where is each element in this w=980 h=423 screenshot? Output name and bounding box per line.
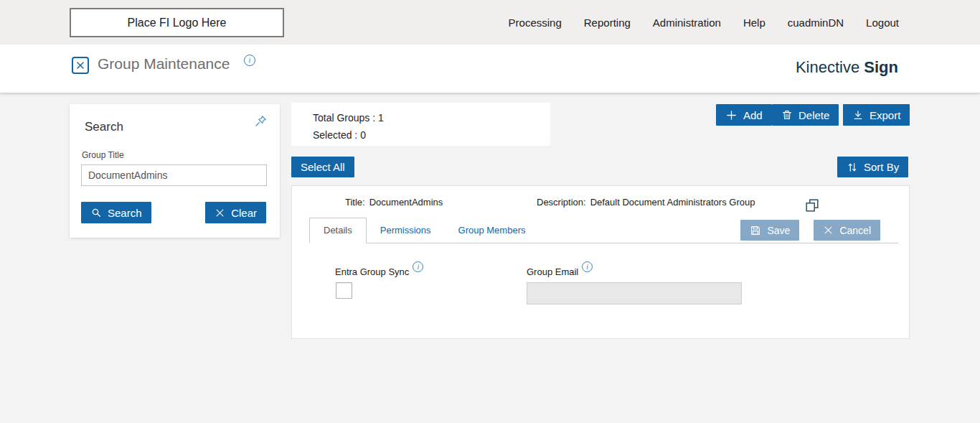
entra-group-sync-label: Entra Group Sync xyxy=(335,266,409,277)
select-all-button[interactable]: Select All xyxy=(291,157,354,177)
topbar: Place FI Logo Here Processing Reporting … xyxy=(0,0,980,45)
group-card: Title:DocumentAdmins Description:Default… xyxy=(291,185,910,339)
save-button[interactable]: Save xyxy=(740,220,799,241)
add-button[interactable]: Add xyxy=(716,104,772,126)
group-email-input xyxy=(527,282,742,305)
group-title-field-value: DocumentAdmins xyxy=(369,197,443,208)
group-title-input[interactable] xyxy=(81,164,267,186)
group-description-field-label: Description: xyxy=(537,197,586,208)
nav-reporting[interactable]: Reporting xyxy=(584,17,631,29)
nav-logout[interactable]: Logout xyxy=(866,17,899,29)
fi-logo-placeholder: Place FI Logo Here xyxy=(70,8,284,37)
pin-icon[interactable] xyxy=(254,114,268,131)
copy-icon[interactable] xyxy=(804,197,820,216)
select-all-label: Select All xyxy=(301,161,345,173)
delete-button-label: Delete xyxy=(798,109,829,121)
nav-user-cuadmindn[interactable]: cuadminDN xyxy=(788,17,844,29)
group-title-label: Group Title xyxy=(82,150,124,160)
cancel-button[interactable]: Cancel xyxy=(814,220,880,241)
selected-count-text: Selected : 0 xyxy=(313,126,550,144)
maintenance-icon xyxy=(72,57,89,74)
entra-group-sync-checkbox[interactable] xyxy=(336,282,352,299)
entra-group-sync-label-row: Entra Group Sync i xyxy=(335,266,423,277)
total-groups-text: Total Groups : 1 xyxy=(313,109,550,126)
search-button-label: Search xyxy=(108,207,142,219)
page-header: Group Maintenance i Kinective Sign xyxy=(0,45,980,93)
nav-processing[interactable]: Processing xyxy=(509,17,562,29)
group-description-text: Description:Default Document Administrat… xyxy=(537,197,755,208)
group-title-field-label: Title: xyxy=(345,197,365,208)
tab-group-members[interactable]: Group Members xyxy=(445,218,540,243)
nav-help[interactable]: Help xyxy=(743,17,765,29)
page: Place FI Logo Here Processing Reporting … xyxy=(0,0,980,423)
brand-secondary: Sign xyxy=(864,58,898,76)
top-nav: Processing Reporting Administration Help… xyxy=(509,0,899,45)
tab-details[interactable]: Details xyxy=(309,218,367,243)
add-button-label: Add xyxy=(743,109,763,121)
sort-by-label: Sort By xyxy=(864,161,899,173)
tab-permissions[interactable]: Permissions xyxy=(367,218,445,243)
brand-primary: Kinective xyxy=(796,58,859,76)
sort-by-button[interactable]: Sort By xyxy=(837,157,908,177)
export-button[interactable]: Export xyxy=(843,104,910,126)
clear-button[interactable]: Clear xyxy=(205,202,266,223)
delete-button[interactable]: Delete xyxy=(772,104,839,126)
group-title-text: Title:DocumentAdmins xyxy=(345,197,443,208)
brand-logo: Kinective Sign xyxy=(796,58,898,77)
cancel-button-label: Cancel xyxy=(839,225,871,236)
search-panel-title: Search xyxy=(85,120,123,134)
search-button[interactable]: Search xyxy=(81,202,151,223)
main-content: Search Group Title Search Clear xyxy=(0,93,980,423)
page-title: Group Maintenance xyxy=(98,55,230,73)
clear-button-label: Clear xyxy=(231,207,257,219)
nav-administration[interactable]: Administration xyxy=(653,17,721,29)
entra-group-sync-info-icon[interactable]: i xyxy=(413,261,423,272)
group-email-label: Group Email xyxy=(527,266,578,277)
card-actions: Save Cancel xyxy=(740,220,880,241)
page-info-icon[interactable]: i xyxy=(244,55,255,66)
group-description-field-value: Default Document Administrators Group xyxy=(590,197,755,208)
export-button-label: Export xyxy=(870,109,900,121)
fi-logo-text: Place FI Logo Here xyxy=(128,17,227,29)
save-button-label: Save xyxy=(767,225,790,236)
summary-panel: Total Groups : 1 Selected : 0 xyxy=(291,103,550,146)
search-panel: Search Group Title Search Clear xyxy=(70,104,280,238)
group-email-label-row: Group Email i xyxy=(527,266,593,277)
group-email-info-icon[interactable]: i xyxy=(582,261,593,272)
